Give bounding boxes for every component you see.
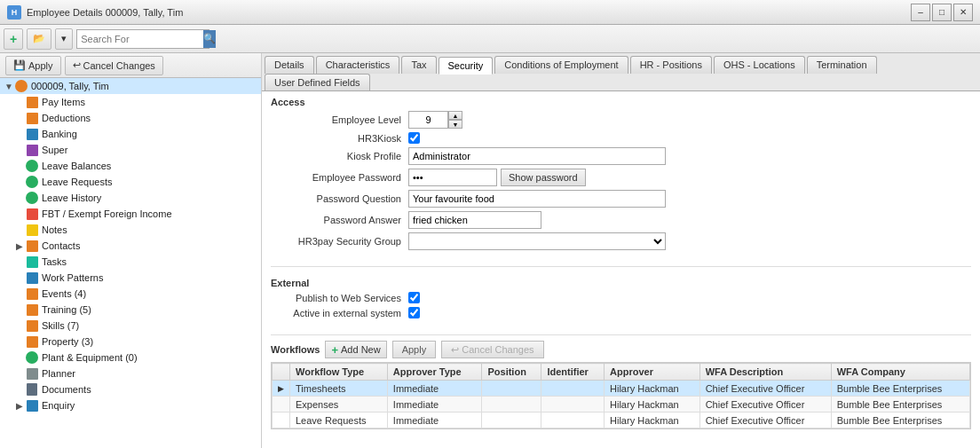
list-item[interactable]: FBT / Exempt Foreign Income	[0, 206, 261, 222]
close-button[interactable]: ✕	[953, 4, 973, 21]
col-header-identifier: Identifier	[541, 364, 605, 381]
list-item[interactable]: Work Patterns	[0, 270, 261, 286]
list-item[interactable]: ▶ Contacts	[0, 238, 261, 254]
add-button[interactable]: +	[4, 28, 23, 50]
wf-apply-button[interactable]: Apply	[392, 341, 437, 358]
list-item[interactable]: Planner	[0, 365, 261, 381]
add-new-button[interactable]: + Add New	[325, 341, 386, 358]
list-item[interactable]: Super	[0, 142, 261, 158]
pay-items-label: Pay Items	[42, 97, 85, 107]
list-item[interactable]: Plant & Equipment (0)	[0, 350, 261, 365]
list-item[interactable]: Training (5)	[0, 302, 261, 318]
table-row[interactable]: Expenses Immediate Hilary Hackman Chief …	[273, 397, 970, 413]
list-item[interactable]: Documents	[0, 381, 261, 397]
tab-security[interactable]: Security	[439, 57, 494, 75]
super-label: Super	[42, 145, 67, 155]
list-item[interactable]: Banking	[0, 126, 261, 142]
save-button[interactable]: 💾 Apply	[5, 56, 61, 75]
list-item[interactable]: Pay Items	[0, 94, 261, 110]
tab-hr-positions[interactable]: HR - Positions	[630, 56, 712, 74]
tab-user-defined[interactable]: User Defined Fields	[265, 74, 370, 90]
cancel-button[interactable]: ↩ Cancel Changes	[65, 56, 163, 75]
active-external-checkbox[interactable]	[408, 307, 420, 318]
maximize-button[interactable]: □	[932, 4, 952, 21]
cell-wfa-description: Chief Executive Officer	[699, 413, 831, 428]
minimize-button[interactable]: –	[911, 4, 930, 21]
tab-details[interactable]: Details	[265, 56, 314, 74]
spinner-down-button[interactable]: ▼	[448, 120, 462, 129]
password-question-row: Password Question	[271, 190, 971, 208]
hr3kiosk-row: HR3Kiosk	[271, 132, 971, 144]
open-button[interactable]: 📂	[27, 28, 51, 50]
employee-level-spinner: ▲ ▼	[408, 111, 462, 129]
employee-level-input[interactable]	[408, 111, 448, 129]
list-item[interactable]: Leave Requests	[0, 174, 261, 190]
folder-icon: 📂	[33, 33, 45, 44]
search-button[interactable]: 🔍	[203, 30, 216, 48]
tab-conditions[interactable]: Conditions of Employment	[494, 56, 628, 74]
leave-balances-label: Leave Balances	[42, 161, 111, 171]
list-item[interactable]: Deductions	[0, 110, 261, 126]
table-row[interactable]: Leave Requests Immediate Hilary Hackman …	[273, 413, 970, 428]
list-item[interactable]: ▶ Enquiry	[0, 397, 261, 413]
workflows-table-wrap: Workflow Type Approver Type Position Ide…	[271, 362, 971, 429]
kiosk-profile-row: Kiosk Profile	[271, 147, 971, 165]
security-group-select[interactable]	[408, 232, 666, 250]
window-title: Employee Details 000009, Tally, Tim	[27, 7, 905, 18]
plus-icon: +	[10, 32, 17, 46]
leave-history-icon	[25, 191, 39, 205]
deductions-label: Deductions	[42, 113, 91, 123]
main-layout: 💾 Apply ↩ Cancel Changes ▼ 000009, Tally…	[0, 53, 980, 448]
fbt-label: FBT / Exempt Foreign Income	[42, 208, 172, 219]
row-indicator	[273, 413, 290, 428]
cell-workflow-type: Expenses	[290, 397, 388, 413]
expand-icon: ▼	[4, 82, 14, 91]
password-answer-input[interactable]	[408, 211, 541, 229]
documents-label: Documents	[42, 384, 91, 395]
list-item[interactable]: Notes	[0, 222, 261, 238]
main-toolbar: + 📂 ▾ 🔍	[0, 25, 980, 53]
col-header-position: Position	[482, 364, 541, 381]
employee-password-input[interactable]	[408, 169, 497, 186]
divider-1	[271, 266, 971, 267]
search-input[interactable]	[81, 34, 203, 44]
kiosk-profile-input[interactable]	[408, 147, 666, 165]
tree-root[interactable]: ▼ 000009, Tally, Tim	[0, 78, 261, 94]
cell-approver-type: Immediate	[387, 397, 482, 413]
contacts-icon	[25, 239, 39, 253]
leave-history-label: Leave History	[42, 193, 101, 203]
show-password-button[interactable]: Show password	[501, 169, 586, 186]
list-item[interactable]: Skills (7)	[0, 318, 261, 334]
content-area: Access Employee Level ▲ ▼ HR3Kiosk	[262, 91, 980, 448]
dropdown-button[interactable]: ▾	[55, 28, 73, 50]
wf-cancel-button[interactable]: ↩ Cancel Changes	[441, 341, 543, 358]
list-item[interactable]: Tasks	[0, 254, 261, 270]
publish-web-label: Publish to Web Services	[271, 293, 408, 303]
list-item[interactable]: Property (3)	[0, 334, 261, 350]
contacts-label: Contacts	[42, 240, 80, 251]
notes-label: Notes	[42, 224, 67, 235]
tab-termination[interactable]: Termination	[807, 56, 877, 74]
documents-icon	[25, 382, 39, 397]
events-icon	[25, 287, 39, 301]
contacts-expand-icon: ▶	[14, 241, 25, 251]
col-header-wfa-company: WFA Company	[831, 364, 969, 381]
tab-tax[interactable]: Tax	[401, 56, 436, 74]
cell-approver-type: Immediate	[387, 381, 482, 397]
tab-characteristics[interactable]: Characteristics	[316, 56, 400, 74]
list-item[interactable]: Leave Balances	[0, 158, 261, 174]
tree: ▼ 000009, Tally, Tim Pay Items Deduction…	[0, 78, 261, 413]
tab-ohs[interactable]: OHS - Locations	[714, 56, 805, 74]
left-panel: 💾 Apply ↩ Cancel Changes ▼ 000009, Tally…	[0, 53, 262, 448]
plant-icon	[25, 350, 39, 365]
hr3kiosk-checkbox[interactable]	[408, 132, 420, 144]
notes-icon	[25, 223, 39, 237]
plant-label: Plant & Equipment (0)	[42, 352, 138, 363]
kiosk-profile-label: Kiosk Profile	[271, 151, 408, 161]
publish-web-checkbox[interactable]	[408, 292, 420, 303]
list-item[interactable]: Events (4)	[0, 286, 261, 302]
table-row[interactable]: ▶ Timesheets Immediate Hilary Hackman Ch…	[273, 381, 970, 397]
list-item[interactable]: Leave History	[0, 190, 261, 206]
spinner-up-button[interactable]: ▲	[448, 111, 462, 120]
password-question-input[interactable]	[408, 190, 666, 208]
